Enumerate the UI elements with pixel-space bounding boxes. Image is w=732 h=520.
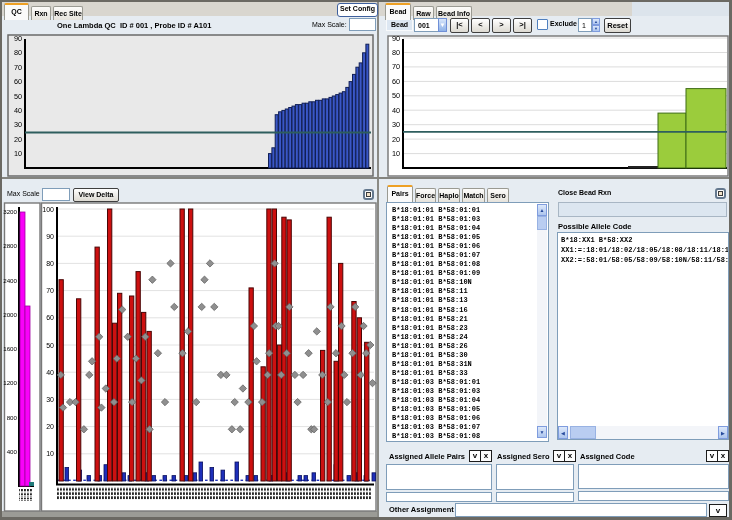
svg-text:90: 90 — [46, 233, 54, 240]
svg-text:30: 30 — [46, 396, 54, 403]
svg-text:1200: 1200 — [3, 379, 17, 386]
svg-text:800: 800 — [7, 414, 18, 421]
svg-text:20: 20 — [46, 423, 54, 430]
svg-text:50: 50 — [46, 342, 54, 349]
svg-text:2800: 2800 — [3, 242, 17, 249]
svg-text:40: 40 — [46, 369, 54, 376]
svg-text:10: 10 — [46, 450, 54, 457]
svg-text:3200: 3200 — [3, 208, 17, 215]
svg-text:100: 100 — [42, 206, 54, 213]
svg-text:400: 400 — [7, 448, 18, 455]
svg-text:60: 60 — [46, 314, 54, 321]
svg-text:70: 70 — [46, 287, 54, 294]
svg-text:2400: 2400 — [3, 277, 17, 284]
svg-text:2000: 2000 — [3, 311, 17, 318]
svg-text:1600: 1600 — [3, 345, 17, 352]
svg-text:80: 80 — [46, 260, 54, 267]
